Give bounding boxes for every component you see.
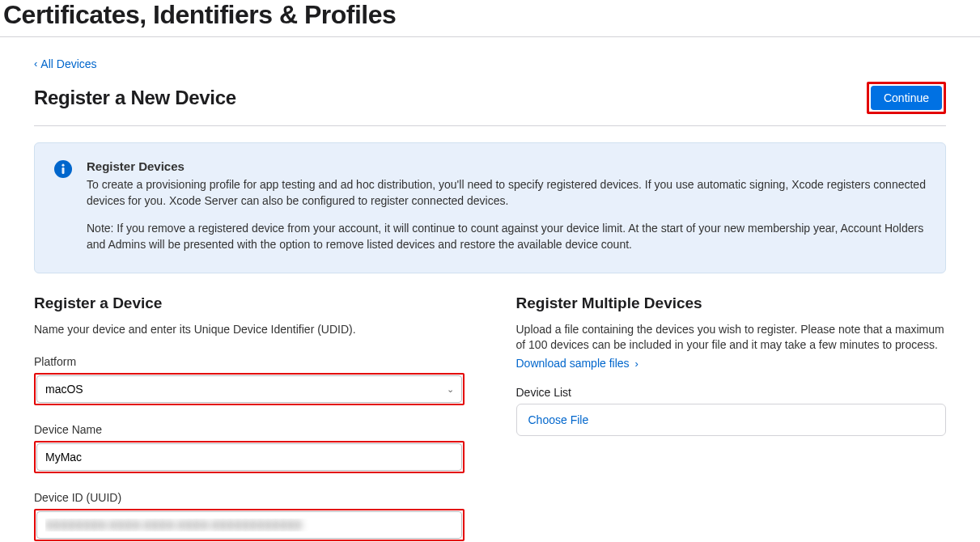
columns: Register a Device Name your device and e… — [34, 294, 946, 542]
register-multiple-column: Register Multiple Devices Upload a file … — [516, 294, 947, 542]
device-id-highlight — [34, 509, 465, 541]
svg-rect-2 — [62, 167, 65, 174]
device-name-field: Device Name — [34, 423, 465, 473]
header-row: Register a New Device Continue — [34, 82, 946, 126]
platform-select[interactable]: macOS — [36, 375, 462, 403]
page-title: Certificates, Identifiers & Profiles — [0, 0, 980, 37]
device-name-input[interactable] — [36, 443, 462, 471]
info-banner: Register Devices To create a provisionin… — [34, 142, 946, 273]
info-icon — [54, 160, 72, 178]
file-upload-box[interactable]: Choose File — [516, 404, 947, 436]
subpage-title: Register a New Device — [34, 87, 236, 109]
chevron-right-icon: › — [634, 358, 638, 370]
choose-file-link[interactable]: Choose File — [528, 413, 589, 426]
chevron-left-icon: ‹ — [34, 57, 37, 70]
info-paragraph-1: To create a provisioning profile for app… — [87, 176, 926, 210]
back-link-label: All Devices — [40, 57, 96, 70]
main-content: ‹ All Devices Register a New Device Cont… — [0, 37, 980, 541]
info-paragraph-2: Note: If you remove a registered device … — [87, 220, 926, 253]
info-content: Register Devices To create a provisionin… — [87, 159, 926, 253]
continue-highlight: Continue — [867, 82, 946, 114]
multi-desc: Upload a file containing the devices you… — [516, 322, 947, 354]
svg-point-1 — [62, 163, 64, 166]
single-desc: Name your device and enter its Unique De… — [34, 322, 465, 338]
device-id-field: Device ID (UUID) — [34, 491, 465, 541]
device-id-label: Device ID (UUID) — [34, 491, 465, 504]
continue-button[interactable]: Continue — [871, 86, 942, 110]
back-link-all-devices[interactable]: ‹ All Devices — [34, 57, 97, 70]
multi-title: Register Multiple Devices — [516, 294, 947, 312]
device-list-label: Device List — [516, 386, 947, 399]
platform-label: Platform — [34, 355, 465, 368]
platform-field: Platform macOS ⌄ — [34, 355, 465, 405]
device-name-label: Device Name — [34, 423, 465, 436]
device-name-highlight — [34, 441, 465, 473]
register-single-column: Register a Device Name your device and e… — [34, 294, 465, 542]
info-title: Register Devices — [87, 159, 926, 173]
device-id-input[interactable] — [36, 511, 462, 539]
download-sample-link[interactable]: Download sample files › — [516, 357, 638, 370]
single-title: Register a Device — [34, 294, 465, 312]
download-sample-label: Download sample files — [516, 357, 630, 370]
platform-highlight: macOS ⌄ — [34, 373, 465, 405]
